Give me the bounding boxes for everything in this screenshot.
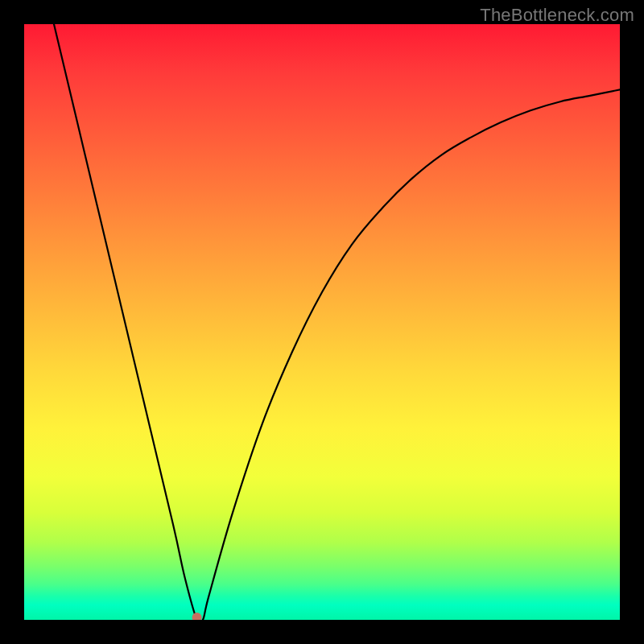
curve-svg xyxy=(24,24,620,620)
chart-frame: TheBottleneck.com xyxy=(0,0,644,644)
min-point-dot xyxy=(192,613,202,620)
bottleneck-curve xyxy=(54,24,620,620)
plot-area xyxy=(24,24,620,620)
watermark-text: TheBottleneck.com xyxy=(480,5,634,26)
